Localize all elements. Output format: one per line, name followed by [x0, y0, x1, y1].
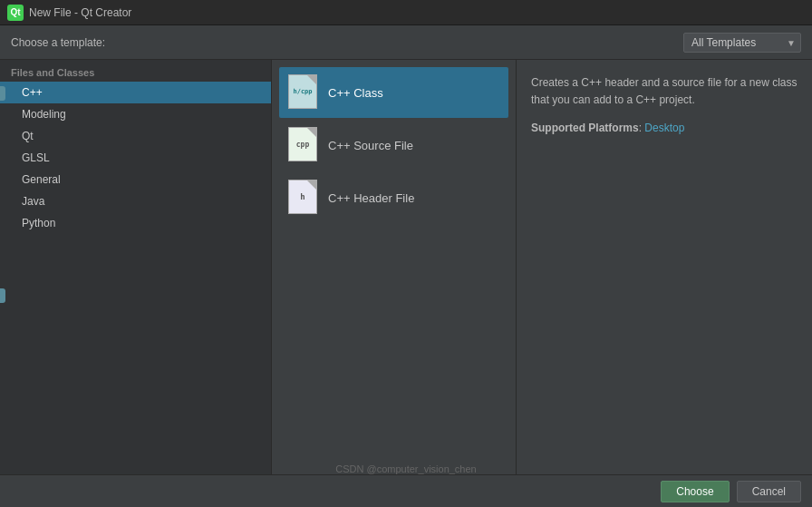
template-icon-cpp-class: h/cpp	[288, 74, 317, 111]
template-filter-wrapper: All Templates Files and Classes Projects…	[683, 33, 801, 53]
sidebar-item-modeling[interactable]: Modeling	[0, 103, 271, 125]
top-bar: Choose a template: All Templates Files a…	[0, 25, 812, 60]
template-item-cpp-source[interactable]: cpp C++ Source File	[279, 120, 508, 171]
template-filter-dropdown[interactable]: All Templates Files and Classes Projects	[683, 33, 801, 53]
template-item-cpp-header[interactable]: h C++ Header File	[279, 172, 508, 223]
template-icon-cpp-source: cpp	[288, 127, 317, 163]
template-panel: h/cpp C++ Class cpp C++ Source File	[272, 60, 517, 474]
sidebar-item-java[interactable]: Java	[0, 190, 271, 212]
sidebar-item-cpp[interactable]: C++	[0, 82, 271, 103]
sidebar-item-general[interactable]: General	[0, 169, 271, 190]
title-bar: Qt New File - Qt Creator	[0, 0, 812, 25]
template-label-cpp-header: C++ Header File	[328, 191, 414, 205]
window-title: New File - Qt Creator	[29, 6, 131, 19]
sidebar-group-label: Files and Classes	[0, 60, 271, 82]
sidebar-item-qt[interactable]: Qt	[0, 125, 271, 147]
template-item-cpp-class[interactable]: h/cpp C++ Class	[279, 67, 508, 118]
sidebar-item-python[interactable]: Python	[0, 212, 271, 234]
app-logo: Qt	[7, 5, 24, 21]
main-content: Files and Classes C++ Modeling Qt GLSL G…	[0, 60, 812, 474]
choose-template-label: Choose a template:	[11, 36, 105, 49]
supported-platforms: Supported Platforms: Desktop	[531, 120, 798, 137]
platform-desktop: Desktop	[644, 122, 684, 134]
description-panel: Creates a C++ header and a source file f…	[517, 60, 812, 474]
template-label-cpp-class: C++ Class	[328, 86, 383, 100]
sidebar-item-glsl[interactable]: GLSL	[0, 147, 271, 169]
cancel-button[interactable]: Cancel	[737, 481, 801, 502]
template-icon-cpp-header: h	[288, 180, 317, 216]
template-label-cpp-source: C++ Source File	[328, 139, 413, 152]
left-edge-top-indicator	[0, 86, 5, 101]
bottom-bar: Choose Cancel	[0, 474, 812, 507]
sidebar: Files and Classes C++ Modeling Qt GLSL G…	[0, 60, 272, 474]
description-text: Creates a C++ header and a source file f…	[531, 74, 798, 109]
left-edge-bottom-indicator	[0, 288, 5, 303]
choose-button[interactable]: Choose	[661, 481, 729, 502]
